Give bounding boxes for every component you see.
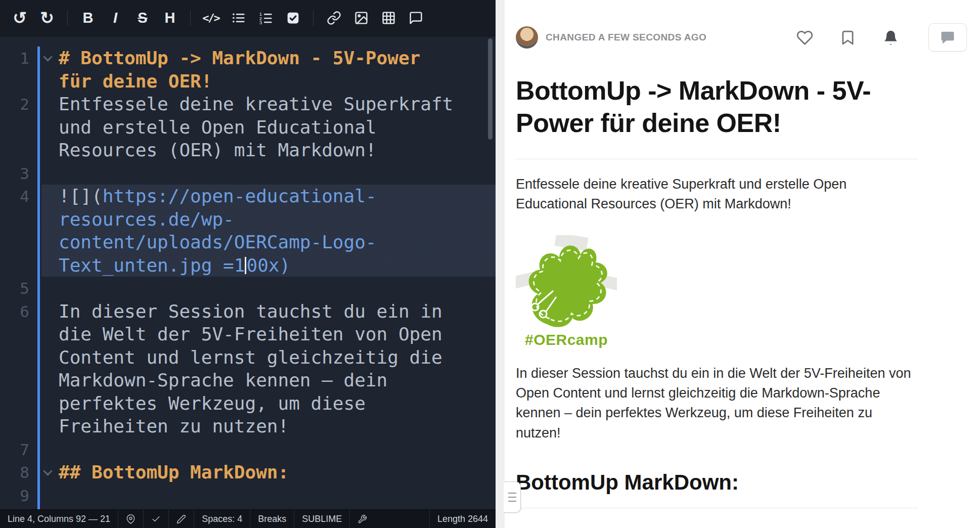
bookmark-button[interactable] [839,29,856,46]
line-number: 7 [0,438,29,462]
editor-line[interactable]: 9 [0,484,496,507]
comment-icon [409,11,423,25]
editor-line[interactable]: 7 [0,438,496,461]
line-text: In dieser Session tauchst du ein in die … [59,300,453,438]
author-avatar[interactable] [516,26,538,49]
token-url: https://open-educational-resources.de/wp… [59,186,377,276]
numbered-list-icon: 123 [258,11,273,25]
cursor-position: Line 4, Columns 92 — 21 [0,510,118,528]
split-drag-handle[interactable] [504,481,521,513]
line-text [59,438,453,461]
toolbar-separator [313,11,314,26]
fold-chevron-icon[interactable] [43,52,52,61]
document-actions [796,23,967,52]
checklist-icon [286,11,300,25]
bold-icon: B [83,10,94,26]
editor-scrollbar[interactable] [488,38,493,140]
token-url: 00x) [246,255,290,276]
wrench-icon [358,514,367,524]
document-meta-bar: CHANGED A FEW SECONDS AGO [516,23,967,52]
app-window: { "editor": { "toolbar": { "undo": "↺", … [0,0,980,528]
italic-icon: I [113,10,117,26]
toolbar-separator [67,11,68,26]
numbered-list-button[interactable]: 123 [254,7,277,30]
editor-toolbar: ↺ ↻ B I S H </> 123 [0,0,496,36]
bullet-list-icon [231,11,246,25]
line-number: 2 [0,93,29,116]
split-divider[interactable] [496,0,505,528]
linebreaks-setting[interactable]: Breaks [250,510,294,528]
token-punct: ![]( [59,186,103,206]
line-number: 5 [0,277,29,300]
line-number: 8 [0,461,29,485]
rendered-document: BottomUp -> MarkDown - 5V-Power für dein… [516,75,980,508]
line-number: 4 [0,185,29,208]
code-button[interactable]: </> [199,7,222,30]
table-button[interactable] [377,7,400,30]
line-text [59,162,453,185]
title-rule [516,159,918,159]
editor-line[interactable]: 8## BottomUp MarkDown: [0,461,496,484]
editor-lines: 1# BottomUp -> MarkDown - 5V-Power für d… [0,47,496,509]
italic-button[interactable]: I [104,7,127,30]
editor-line[interactable]: 4![](https://open-educational-resources.… [0,185,496,277]
line-text [59,484,453,507]
editor-area[interactable]: 1# BottomUp -> MarkDown - 5V-Power für d… [0,36,496,509]
link-button[interactable] [322,7,345,30]
editor-line[interactable]: 3 [0,162,496,185]
undo-icon: ↺ [13,10,27,26]
heading-icon: H [165,10,175,26]
night-mode-toggle[interactable] [118,510,143,528]
status-bar: Line 4, Columns 92 — 21 Spaces: 4 Breaks… [0,509,496,528]
token-text: Entfessele deine kreative Superkraft und… [59,94,464,160]
bookmark-icon [839,29,856,46]
toolbar-separator [190,11,191,26]
section-heading: BottomUp MarkDown: [516,470,918,495]
oercamp-logo-text: #OERcamp [516,331,617,348]
preview-pane: CHANGED A FEW SECONDS AGO BottomUp -> Ma… [505,0,980,528]
spaces-setting[interactable]: Spaces: 4 [194,510,250,528]
line-text: ![](https://open-educational-resources.d… [59,185,453,277]
paragraph: Entfessele deine kreative Superkraft und… [516,174,918,214]
bold-button[interactable]: B [76,7,100,30]
image-button[interactable] [349,7,373,30]
fold-chevron-icon[interactable] [43,466,52,475]
line-number: 3 [0,162,29,186]
redo-button[interactable]: ↻ [35,7,59,30]
document-title: BottomUp -> MarkDown - 5V-Power für dein… [516,75,918,140]
preferences-button[interactable] [349,510,375,528]
section-rule [516,508,918,508]
last-changed-text: CHANGED A FEW SECONDS AGO [546,32,706,43]
keymap-setting[interactable]: SUBLIME [294,510,349,528]
heart-icon [796,29,813,46]
theme-toggle[interactable] [168,510,194,528]
line-number: 9 [0,484,29,508]
heading-button[interactable]: H [158,7,182,30]
brush-icon [176,514,186,524]
oercamp-logo: #OERcamp [516,235,617,348]
subscribe-button[interactable] [882,29,899,46]
line-number: 6 [0,300,29,324]
editor-line[interactable]: 2Entfessele deine kreative Superkraft un… [0,93,496,162]
paragraph: In dieser Session tauchst du ein in die … [516,364,918,443]
code-icon: </> [202,12,219,24]
like-button[interactable] [796,29,813,46]
spellcheck-toggle[interactable] [143,510,168,528]
strikethrough-button[interactable]: S [131,7,154,30]
editor-line[interactable]: 6In dieser Session tauchst du ein in die… [0,300,496,438]
editor-line[interactable]: 5 [0,277,496,300]
map-pin-icon [126,514,136,524]
line-text: # BottomUp -> MarkDown - 5V-Power für de… [59,47,453,93]
bullet-list-button[interactable] [227,7,250,30]
bell-icon [882,29,899,46]
speech-bubble-icon [940,30,955,45]
redo-icon: ↻ [40,10,54,26]
token-heading: ## BottomUp MarkDown: [59,462,289,482]
checklist-button[interactable] [281,7,304,30]
undo-button[interactable]: ↺ [8,7,31,30]
oercamp-logo-image [516,235,617,330]
comment-button[interactable] [404,7,427,30]
link-icon [327,11,341,25]
open-comments-button[interactable] [928,23,967,52]
editor-line[interactable]: 1# BottomUp -> MarkDown - 5V-Power für d… [0,47,496,93]
